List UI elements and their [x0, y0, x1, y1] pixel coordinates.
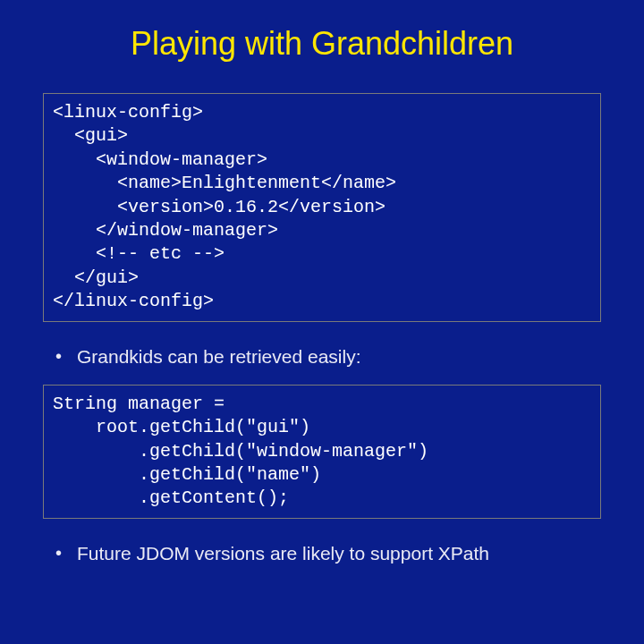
slide-title: Playing with Grandchildren — [43, 25, 601, 63]
code-block-java: String manager = root.getChild("gui") .g… — [43, 385, 601, 519]
code-content-java: String manager = root.getChild("gui") .g… — [53, 393, 591, 511]
slide: Playing with Grandchildren <linux-config… — [0, 0, 644, 644]
bullet-item-2: • Future JDOM versions are likely to sup… — [55, 542, 601, 565]
code-content-xml: <linux-config> <gui> <window-manager> <n… — [53, 101, 591, 314]
bullet-text-1: Grandkids can be retrieved easily: — [77, 345, 361, 369]
bullet-text-2: Future JDOM versions are likely to suppo… — [77, 542, 489, 565]
bullet-item-1: • Grandkids can be retrieved easily: — [55, 345, 601, 369]
code-block-xml: <linux-config> <gui> <window-manager> <n… — [43, 93, 601, 322]
bullet-dot-icon: • — [55, 542, 77, 564]
bullet-dot-icon: • — [55, 345, 77, 367]
